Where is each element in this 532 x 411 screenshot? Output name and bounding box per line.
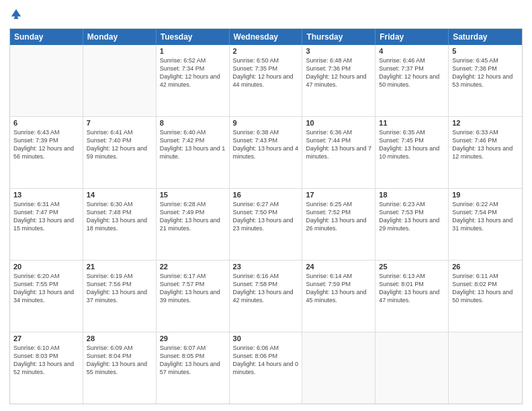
cell-info: Sunrise: 6:38 AM Sunset: 7:43 PM Dayligh… bbox=[233, 128, 299, 161]
cell-info: Sunrise: 6:43 AM Sunset: 7:39 PM Dayligh… bbox=[13, 128, 79, 161]
calendar-cell: 15Sunrise: 6:28 AM Sunset: 7:49 PM Dayli… bbox=[157, 189, 230, 260]
day-number: 14 bbox=[87, 191, 152, 199]
day-number: 25 bbox=[379, 263, 445, 271]
cell-info: Sunrise: 6:35 AM Sunset: 7:45 PM Dayligh… bbox=[379, 128, 445, 161]
cell-info: Sunrise: 6:41 AM Sunset: 7:40 PM Dayligh… bbox=[87, 128, 152, 161]
day-number: 17 bbox=[306, 191, 371, 199]
calendar-cell: 17Sunrise: 6:25 AM Sunset: 7:52 PM Dayli… bbox=[302, 189, 375, 260]
cell-info: Sunrise: 6:36 AM Sunset: 7:44 PM Dayligh… bbox=[306, 128, 371, 161]
cell-info: Sunrise: 6:09 AM Sunset: 8:04 PM Dayligh… bbox=[87, 344, 152, 377]
calendar-cell: 21Sunrise: 6:19 AM Sunset: 7:56 PM Dayli… bbox=[83, 261, 157, 332]
calendar-cell: 5Sunrise: 6:45 AM Sunset: 7:38 PM Daylig… bbox=[449, 45, 522, 116]
calendar-cell: 6Sunrise: 6:43 AM Sunset: 7:39 PM Daylig… bbox=[10, 117, 83, 188]
cell-info: Sunrise: 6:19 AM Sunset: 7:56 PM Dayligh… bbox=[87, 272, 152, 305]
day-number: 27 bbox=[13, 334, 79, 342]
cell-info: Sunrise: 6:14 AM Sunset: 7:59 PM Dayligh… bbox=[306, 272, 371, 305]
calendar-cell: 26Sunrise: 6:11 AM Sunset: 8:02 PM Dayli… bbox=[449, 261, 522, 332]
header-cell-tuesday: Tuesday bbox=[157, 29, 230, 45]
day-number: 5 bbox=[452, 47, 519, 55]
day-number: 23 bbox=[233, 263, 299, 271]
cell-info: Sunrise: 6:28 AM Sunset: 7:49 PM Dayligh… bbox=[160, 200, 226, 233]
page: SundayMondayTuesdayWednesdayThursdayFrid… bbox=[0, 0, 532, 411]
calendar-cell: 13Sunrise: 6:31 AM Sunset: 7:47 PM Dayli… bbox=[10, 189, 83, 260]
calendar-cell bbox=[302, 332, 375, 404]
cell-info: Sunrise: 6:22 AM Sunset: 7:54 PM Dayligh… bbox=[452, 200, 519, 233]
header-cell-sunday: Sunday bbox=[10, 29, 83, 45]
day-number: 7 bbox=[87, 119, 152, 127]
day-number: 22 bbox=[160, 263, 226, 271]
day-number: 13 bbox=[13, 191, 79, 199]
calendar-cell: 28Sunrise: 6:09 AM Sunset: 8:04 PM Dayli… bbox=[83, 332, 157, 404]
day-number: 30 bbox=[233, 334, 299, 342]
calendar-row-1: 6Sunrise: 6:43 AM Sunset: 7:39 PM Daylig… bbox=[10, 117, 522, 189]
cell-info: Sunrise: 6:48 AM Sunset: 7:36 PM Dayligh… bbox=[306, 56, 371, 89]
cell-info: Sunrise: 6:17 AM Sunset: 7:57 PM Dayligh… bbox=[160, 272, 226, 305]
calendar-cell: 25Sunrise: 6:13 AM Sunset: 8:01 PM Dayli… bbox=[375, 261, 449, 332]
logo bbox=[9, 8, 22, 23]
calendar-cell: 19Sunrise: 6:22 AM Sunset: 7:54 PM Dayli… bbox=[449, 189, 522, 260]
day-number: 12 bbox=[452, 119, 519, 127]
calendar-cell: 24Sunrise: 6:14 AM Sunset: 7:59 PM Dayli… bbox=[302, 261, 375, 332]
calendar-cell: 22Sunrise: 6:17 AM Sunset: 7:57 PM Dayli… bbox=[157, 261, 230, 332]
header-cell-friday: Friday bbox=[375, 29, 449, 45]
day-number: 15 bbox=[160, 191, 226, 199]
calendar-row-3: 20Sunrise: 6:20 AM Sunset: 7:55 PM Dayli… bbox=[10, 261, 522, 332]
cell-info: Sunrise: 6:30 AM Sunset: 7:48 PM Dayligh… bbox=[87, 200, 152, 233]
calendar-header: SundayMondayTuesdayWednesdayThursdayFrid… bbox=[10, 29, 522, 45]
calendar-cell: 4Sunrise: 6:46 AM Sunset: 7:37 PM Daylig… bbox=[375, 45, 449, 116]
calendar-body: 1Sunrise: 6:52 AM Sunset: 7:34 PM Daylig… bbox=[10, 45, 522, 404]
header-cell-saturday: Saturday bbox=[449, 29, 522, 45]
cell-info: Sunrise: 6:31 AM Sunset: 7:47 PM Dayligh… bbox=[13, 200, 79, 233]
cell-info: Sunrise: 6:16 AM Sunset: 7:58 PM Dayligh… bbox=[233, 272, 299, 305]
calendar-cell: 10Sunrise: 6:36 AM Sunset: 7:44 PM Dayli… bbox=[302, 117, 375, 188]
logo-icon bbox=[10, 8, 22, 20]
calendar-cell: 8Sunrise: 6:40 AM Sunset: 7:42 PM Daylig… bbox=[157, 117, 230, 188]
calendar-cell bbox=[10, 45, 83, 116]
day-number: 8 bbox=[160, 119, 226, 127]
day-number: 18 bbox=[379, 191, 445, 199]
header-cell-monday: Monday bbox=[83, 29, 157, 45]
cell-info: Sunrise: 6:06 AM Sunset: 8:06 PM Dayligh… bbox=[233, 344, 299, 377]
calendar-cell bbox=[375, 332, 449, 404]
day-number: 26 bbox=[452, 263, 519, 271]
cell-info: Sunrise: 6:13 AM Sunset: 8:01 PM Dayligh… bbox=[379, 272, 445, 305]
header bbox=[9, 8, 523, 23]
cell-info: Sunrise: 6:20 AM Sunset: 7:55 PM Dayligh… bbox=[13, 272, 79, 305]
day-number: 21 bbox=[87, 263, 152, 271]
cell-info: Sunrise: 6:50 AM Sunset: 7:35 PM Dayligh… bbox=[233, 56, 299, 89]
calendar-cell: 20Sunrise: 6:20 AM Sunset: 7:55 PM Dayli… bbox=[10, 261, 83, 332]
day-number: 10 bbox=[306, 119, 371, 127]
calendar-cell: 29Sunrise: 6:07 AM Sunset: 8:05 PM Dayli… bbox=[157, 332, 230, 404]
calendar-cell: 12Sunrise: 6:33 AM Sunset: 7:46 PM Dayli… bbox=[449, 117, 522, 188]
calendar-cell: 1Sunrise: 6:52 AM Sunset: 7:34 PM Daylig… bbox=[157, 45, 230, 116]
calendar-cell: 11Sunrise: 6:35 AM Sunset: 7:45 PM Dayli… bbox=[375, 117, 449, 188]
calendar: SundayMondayTuesdayWednesdayThursdayFrid… bbox=[9, 28, 523, 404]
calendar-cell: 14Sunrise: 6:30 AM Sunset: 7:48 PM Dayli… bbox=[83, 189, 157, 260]
day-number: 3 bbox=[306, 47, 371, 55]
day-number: 6 bbox=[13, 119, 79, 127]
day-number: 19 bbox=[452, 191, 519, 199]
header-cell-thursday: Thursday bbox=[302, 29, 375, 45]
calendar-row-0: 1Sunrise: 6:52 AM Sunset: 7:34 PM Daylig… bbox=[10, 45, 522, 117]
day-number: 11 bbox=[379, 119, 445, 127]
calendar-cell: 18Sunrise: 6:23 AM Sunset: 7:53 PM Dayli… bbox=[375, 189, 449, 260]
calendar-cell: 16Sunrise: 6:27 AM Sunset: 7:50 PM Dayli… bbox=[230, 189, 303, 260]
calendar-cell: 30Sunrise: 6:06 AM Sunset: 8:06 PM Dayli… bbox=[230, 332, 303, 404]
day-number: 29 bbox=[160, 334, 226, 342]
cell-info: Sunrise: 6:07 AM Sunset: 8:05 PM Dayligh… bbox=[160, 344, 226, 377]
cell-info: Sunrise: 6:23 AM Sunset: 7:53 PM Dayligh… bbox=[379, 200, 445, 233]
calendar-row-4: 27Sunrise: 6:10 AM Sunset: 8:03 PM Dayli… bbox=[10, 332, 522, 404]
cell-info: Sunrise: 6:25 AM Sunset: 7:52 PM Dayligh… bbox=[306, 200, 371, 233]
calendar-cell bbox=[449, 332, 522, 404]
day-number: 16 bbox=[233, 191, 299, 199]
day-number: 1 bbox=[160, 47, 226, 55]
calendar-cell: 3Sunrise: 6:48 AM Sunset: 7:36 PM Daylig… bbox=[302, 45, 375, 116]
calendar-cell: 27Sunrise: 6:10 AM Sunset: 8:03 PM Dayli… bbox=[10, 332, 83, 404]
cell-info: Sunrise: 6:46 AM Sunset: 7:37 PM Dayligh… bbox=[379, 56, 445, 89]
calendar-cell: 2Sunrise: 6:50 AM Sunset: 7:35 PM Daylig… bbox=[230, 45, 303, 116]
calendar-row-2: 13Sunrise: 6:31 AM Sunset: 7:47 PM Dayli… bbox=[10, 189, 522, 261]
cell-info: Sunrise: 6:27 AM Sunset: 7:50 PM Dayligh… bbox=[233, 200, 299, 233]
calendar-cell: 9Sunrise: 6:38 AM Sunset: 7:43 PM Daylig… bbox=[230, 117, 303, 188]
cell-info: Sunrise: 6:40 AM Sunset: 7:42 PM Dayligh… bbox=[160, 128, 226, 161]
calendar-cell bbox=[83, 45, 157, 116]
